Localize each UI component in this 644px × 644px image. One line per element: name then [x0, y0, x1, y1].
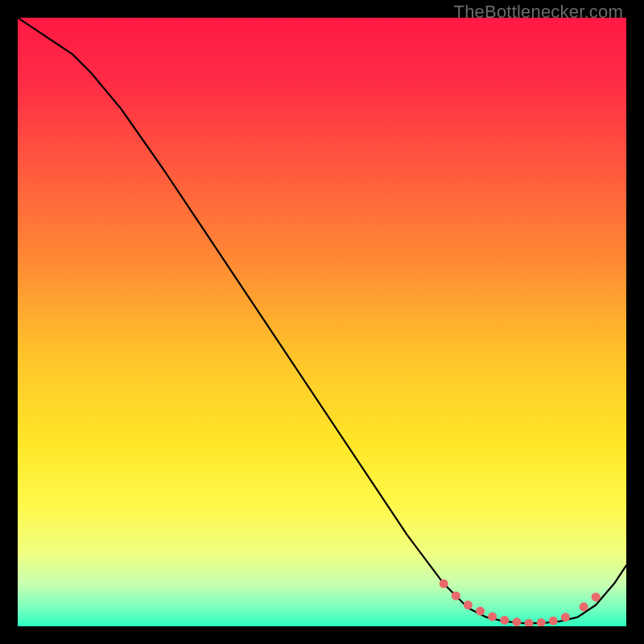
marker-dot [452, 592, 460, 601]
gradient-background [18, 18, 626, 626]
bottleneck-curve-plot [18, 18, 626, 626]
marker-dot [549, 617, 558, 625]
marker-dot [592, 592, 601, 601]
marker-dot [512, 617, 521, 626]
marker-dot [464, 601, 473, 609]
marker-dot [440, 580, 448, 588]
chart-frame: TheBottlenecker.com [0, 0, 644, 644]
marker-dot [561, 613, 570, 621]
marker-dot [476, 607, 485, 616]
watermark-text: TheBottlenecker.com [454, 2, 623, 23]
marker-dot [500, 616, 509, 625]
marker-dot [580, 602, 588, 611]
marker-dot [488, 612, 497, 621]
